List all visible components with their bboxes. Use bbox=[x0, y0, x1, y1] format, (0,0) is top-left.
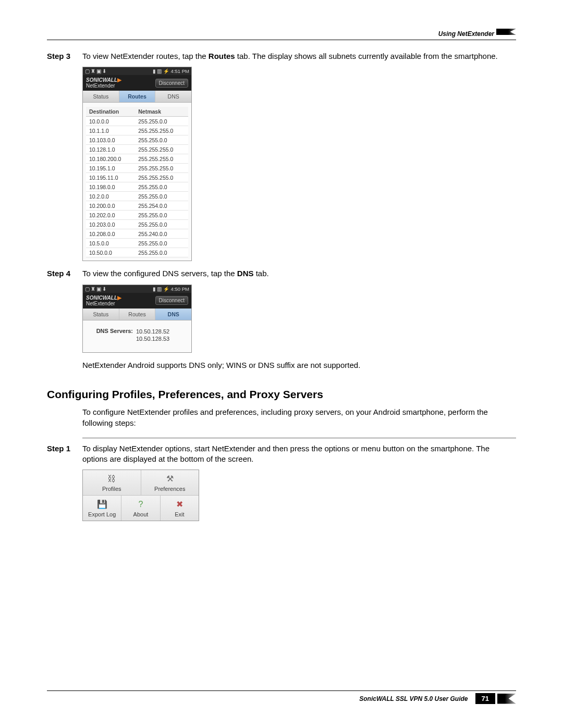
status-icons-left: ▢♜▣⬇ bbox=[85, 68, 107, 74]
cell-destination: 10.198.0.0 bbox=[86, 182, 135, 192]
tab-bar: Status Routes DNS bbox=[83, 309, 191, 320]
preferences-icon: ⚒ bbox=[141, 473, 199, 485]
tab-routes[interactable]: Routes bbox=[119, 91, 156, 102]
table-row: 10.50.0.0255.255.0.0 bbox=[86, 248, 188, 257]
footer-accent bbox=[497, 694, 516, 704]
step-3: Step 3 To view NetExtender routes, tap t… bbox=[47, 51, 516, 61]
cell-destination: 10.195.11.0 bbox=[86, 173, 135, 182]
text: tab. The display shows all subnets curre… bbox=[235, 52, 498, 60]
table-row: 10.0.0.0255.255.0.0 bbox=[86, 117, 188, 126]
text: tab. bbox=[253, 269, 268, 278]
header-rule bbox=[47, 40, 516, 40]
cell-destination: 10.208.0.0 bbox=[86, 229, 135, 239]
signal-icon: ▥ bbox=[157, 68, 162, 74]
cell-destination: 10.103.0.0 bbox=[86, 135, 135, 145]
cell-destination: 10.200.0.0 bbox=[86, 201, 135, 211]
table-row: 10.128.1.0255.255.255.0 bbox=[86, 145, 188, 154]
app-title-bar: SONICWALL▶ NetExtender Disconnect bbox=[83, 75, 191, 91]
cell-destination: 10.203.0.0 bbox=[86, 220, 135, 229]
table-row: 10.198.0.0255.255.0.0 bbox=[86, 182, 188, 192]
download-icon: ⬇ bbox=[102, 286, 106, 292]
menu-preferences[interactable]: ⚒ Preferences bbox=[141, 470, 199, 495]
menu-exit[interactable]: ✖ Exit bbox=[161, 496, 199, 521]
disconnect-button[interactable]: Disconnect bbox=[155, 79, 188, 88]
step-4: Step 4 To view the configured DNS server… bbox=[47, 268, 516, 279]
separator-rule bbox=[82, 438, 516, 438]
menu-about[interactable]: ? About bbox=[121, 496, 160, 521]
page-footer: SonicWALL SSL VPN 5.0 User Guide 71 bbox=[47, 690, 516, 705]
cell-netmask: 255.255.255.0 bbox=[135, 164, 188, 173]
battery-icon: ▮ bbox=[153, 286, 156, 292]
table-row: 10.103.0.0255.255.0.0 bbox=[86, 135, 188, 145]
bold-term: Routes bbox=[209, 52, 235, 60]
cell-destination: 10.195.1.0 bbox=[86, 164, 135, 173]
table-row: 10.1.1.0255.255.255.0 bbox=[86, 126, 188, 135]
cell-netmask: 255.255.255.0 bbox=[135, 126, 188, 135]
footer-doc-title: SonicWALL SSL VPN 5.0 User Guide bbox=[359, 695, 468, 702]
cell-netmask: 255.254.0.0 bbox=[135, 201, 188, 211]
note-text: NetExtender Android supports DNS only; W… bbox=[82, 360, 516, 371]
home-icon: ▢ bbox=[85, 286, 90, 292]
menu-export-log[interactable]: 💾 Export Log bbox=[83, 496, 121, 521]
app-brand: SONICWALL▶ NetExtender bbox=[86, 77, 121, 89]
tab-bar: Status Routes DNS bbox=[83, 91, 191, 103]
tab-status[interactable]: Status bbox=[83, 309, 119, 320]
step-1: Step 1 To display NetExtender options, s… bbox=[47, 443, 516, 465]
vpn-icon: ▣ bbox=[96, 68, 101, 74]
cell-netmask: 255.255.0.0 bbox=[135, 220, 188, 229]
app-brand: SONICWALL▶ NetExtender bbox=[86, 295, 121, 306]
col-netmask: Netmask bbox=[135, 107, 188, 117]
cell-netmask: 255.255.0.0 bbox=[135, 211, 188, 220]
screenshot-dns: ▢♜▣⬇ ▮ ▥ ⚡ 4:50 PM SONICWALL▶ NetExtende… bbox=[82, 285, 192, 353]
app-title-bar: SONICWALL▶ NetExtender Disconnect bbox=[83, 293, 191, 309]
tab-dns[interactable]: DNS bbox=[155, 91, 191, 102]
tab-routes[interactable]: Routes bbox=[119, 309, 156, 320]
brand-accent: ▶ bbox=[117, 294, 121, 301]
col-destination: Destination bbox=[86, 107, 135, 117]
menu-label: About bbox=[133, 511, 149, 517]
header-accent bbox=[496, 29, 516, 35]
step-text: To view the configured DNS servers, tap … bbox=[82, 268, 516, 279]
section-intro: To configure NetExtender profiles and pr… bbox=[82, 407, 516, 428]
cell-destination: 10.180.200.0 bbox=[86, 154, 135, 164]
step-label: Step 3 bbox=[47, 51, 82, 61]
step-label: Step 4 bbox=[47, 268, 82, 279]
cell-destination: 10.0.0.0 bbox=[86, 117, 135, 126]
cell-netmask: 255.240.0.0 bbox=[135, 229, 188, 239]
tab-dns[interactable]: DNS bbox=[155, 309, 191, 320]
tab-status[interactable]: Status bbox=[83, 91, 119, 102]
routes-table: Destination Netmask 10.0.0.0255.255.0.01… bbox=[86, 107, 188, 257]
menu-label: Profiles bbox=[102, 486, 121, 492]
phone-body: Destination Netmask 10.0.0.0255.255.0.01… bbox=[83, 103, 191, 261]
cell-netmask: 255.255.0.0 bbox=[135, 135, 188, 145]
battery-icon: ▮ bbox=[153, 68, 156, 74]
bold-term: DNS bbox=[237, 269, 254, 278]
dns-panel: DNS Servers: 10.50.128.52 10.50.128.53 bbox=[83, 320, 191, 353]
text: To view the configured DNS servers, tap … bbox=[82, 269, 237, 278]
status-icons-left: ▢♜▣⬇ bbox=[85, 286, 107, 292]
dns-server-1: 10.50.128.52 bbox=[136, 328, 169, 336]
step-text: To display NetExtender options, start Ne… bbox=[82, 443, 516, 465]
cell-netmask: 255.255.0.0 bbox=[135, 182, 188, 192]
status-icons-right: ▮ ▥ ⚡ 4:51 PM bbox=[153, 68, 189, 74]
status-icons-right: ▮ ▥ ⚡ 4:50 PM bbox=[153, 286, 189, 292]
brand-name: SONICWALL bbox=[86, 77, 117, 83]
status-time: 4:51 PM bbox=[171, 68, 189, 74]
brand-accent: ▶ bbox=[117, 77, 121, 83]
table-row: 10.2.0.0255.255.0.0 bbox=[86, 192, 188, 201]
table-row: 10.208.0.0255.240.0.0 bbox=[86, 229, 188, 239]
dns-server-2: 10.50.128.53 bbox=[136, 335, 169, 343]
download-icon: ⬇ bbox=[102, 68, 106, 74]
cell-netmask: 255.255.0.0 bbox=[135, 117, 188, 126]
android-status-bar: ▢♜▣⬇ ▮ ▥ ⚡ 4:50 PM bbox=[83, 285, 191, 293]
menu-label: Preferences bbox=[154, 486, 185, 492]
key-icon: ♜ bbox=[91, 68, 95, 74]
disconnect-button[interactable]: Disconnect bbox=[155, 296, 188, 305]
cell-destination: 10.2.0.0 bbox=[86, 192, 135, 201]
cell-netmask: 255.255.0.0 bbox=[135, 192, 188, 201]
cell-netmask: 255.255.0.0 bbox=[135, 248, 188, 257]
step-text: To view NetExtender routes, tap the Rout… bbox=[82, 51, 516, 61]
screenshot-options-menu: ⛓ Profiles ⚒ Preferences 💾 Export Log ? … bbox=[82, 470, 199, 521]
menu-profiles[interactable]: ⛓ Profiles bbox=[83, 470, 141, 495]
status-time: 4:50 PM bbox=[171, 286, 189, 292]
